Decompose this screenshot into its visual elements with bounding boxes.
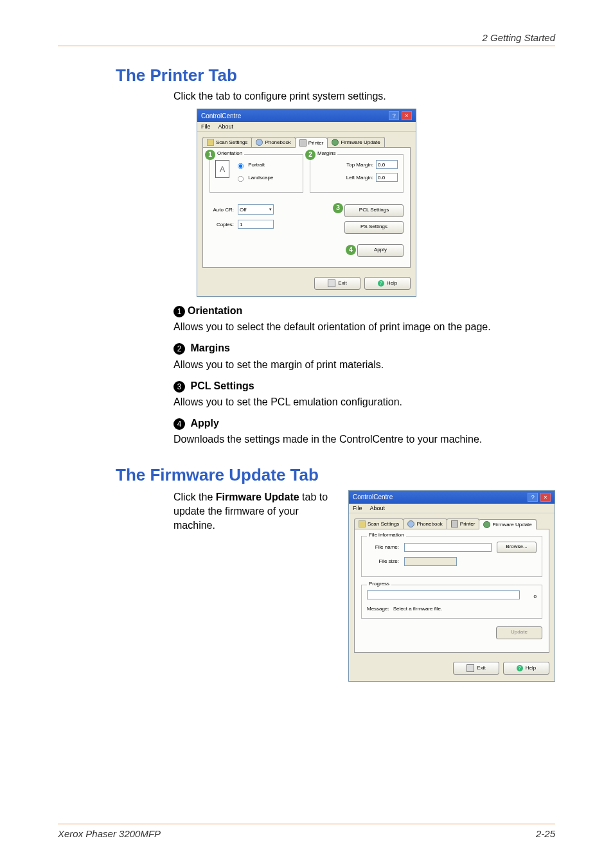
- window-help-icon[interactable]: ?: [389, 111, 399, 120]
- item-3-desc: Allows you to set the PCL emulation conf…: [173, 394, 555, 409]
- exit-icon: [328, 279, 335, 287]
- tab-printer[interactable]: Printer: [447, 518, 480, 529]
- menu-file[interactable]: File: [201, 123, 211, 130]
- window-help-icon[interactable]: ?: [528, 493, 538, 502]
- callout-2: 2: [305, 150, 315, 160]
- autocr-dropdown[interactable]: Off: [238, 204, 274, 215]
- browse-button[interactable]: Browse...: [497, 542, 537, 553]
- tabs-row: Scan Settings Phonebook Printer Firmware…: [354, 518, 549, 529]
- scan-icon: [359, 520, 366, 527]
- printer-tab-panel: 1 Orientation A Portrait Landscape 2 M: [202, 147, 411, 268]
- window-title: ControlCentre: [353, 493, 393, 500]
- left-margin-label: Left Margin:: [346, 175, 373, 181]
- titlebar: ControlCentre ? ×: [197, 109, 416, 122]
- close-icon[interactable]: ×: [402, 111, 412, 120]
- tab-scan[interactable]: Scan Settings: [354, 518, 404, 529]
- file-name-input[interactable]: [404, 543, 492, 552]
- firmware-icon: [332, 139, 339, 146]
- bullet-4: 4: [173, 418, 185, 430]
- update-button[interactable]: Update: [496, 626, 542, 639]
- footer-left: Xerox Phaser 3200MFP: [58, 828, 161, 839]
- left-margin-input[interactable]: [376, 173, 398, 182]
- item-1-desc: Allows you to select the default orienta…: [173, 319, 555, 334]
- window-title: ControlCentre: [201, 112, 241, 120]
- file-info-legend: File information: [367, 532, 406, 538]
- margins-group: 2 Margins Top Margin: Left Margin:: [310, 154, 404, 193]
- tab-scan[interactable]: Scan Settings: [202, 137, 252, 147]
- callout-4: 4: [346, 245, 356, 255]
- help-button[interactable]: ?Help: [503, 662, 549, 675]
- orientation-legend: Orientation: [215, 150, 244, 156]
- exit-button[interactable]: Exit: [314, 277, 360, 290]
- help-icon: ?: [517, 665, 523, 671]
- menu-about[interactable]: About: [218, 123, 234, 130]
- menubar: File About: [349, 504, 555, 513]
- margins-legend: Margins: [315, 150, 337, 156]
- item-4-desc: Downloads the settings made in the Contr…: [173, 432, 555, 447]
- item-1-title: Orientation: [188, 305, 242, 316]
- callout-3: 3: [333, 203, 343, 213]
- firmware-intro: Click the Firmware Update tab to update …: [173, 490, 335, 533]
- chapter-header: 2 Getting Started: [58, 32, 555, 46]
- radio-landscape[interactable]: Landscape: [233, 173, 273, 183]
- footer-right: 2-25: [536, 828, 555, 839]
- exit-button[interactable]: Exit: [453, 662, 499, 675]
- help-icon: ?: [378, 280, 384, 287]
- ps-settings-button[interactable]: PS Settings: [344, 221, 404, 234]
- progress-percent: 0: [524, 594, 537, 599]
- progress-bar: [367, 590, 520, 599]
- page-footer: Xerox Phaser 3200MFP 2-25: [58, 824, 555, 839]
- tab-phonebook[interactable]: Phonebook: [251, 137, 295, 147]
- apply-button[interactable]: Apply: [357, 244, 404, 257]
- autocr-label: Auto CR:: [209, 207, 234, 213]
- file-size-display: [404, 557, 457, 566]
- printer-icon: [451, 520, 458, 527]
- menubar: File About: [197, 122, 416, 132]
- window-controls: ? ×: [388, 111, 412, 120]
- titlebar: ControlCentre ? ×: [349, 491, 555, 504]
- message-value: Select a firmware file.: [393, 606, 442, 612]
- scan-icon: [207, 139, 214, 146]
- item-2-title: Margins: [190, 342, 229, 353]
- window-controls: ? ×: [527, 493, 551, 502]
- item-3-title: PCL Settings: [190, 380, 254, 391]
- copies-input[interactable]: [238, 220, 274, 229]
- close-icon[interactable]: ×: [540, 493, 551, 502]
- printer-icon: [299, 139, 306, 146]
- exit-icon: [466, 664, 474, 672]
- message-label: Message:: [367, 606, 389, 612]
- item-2-desc: Allows you to set the margin of print ma…: [173, 357, 555, 372]
- firmware-icon: [483, 521, 490, 528]
- progress-legend: Progress: [367, 581, 391, 587]
- firmware-tab-screenshot: ControlCentre ? × File About Scan Settin…: [348, 490, 555, 682]
- file-size-label: File size:: [367, 558, 399, 564]
- menu-about[interactable]: About: [370, 505, 386, 511]
- top-margin-label: Top Margin:: [346, 162, 373, 168]
- radio-portrait[interactable]: Portrait: [233, 160, 273, 170]
- bullet-3: 3: [173, 381, 185, 393]
- phonebook-icon: [407, 520, 414, 527]
- menu-file[interactable]: File: [353, 505, 362, 511]
- item-4-title: Apply: [190, 418, 218, 429]
- file-name-label: File name:: [367, 544, 399, 550]
- firmware-tab-panel: File information File name: Browse... Fi…: [354, 529, 549, 653]
- printer-intro: Click the tab to configure print system …: [173, 91, 555, 102]
- section-printer-heading: The Printer Tab: [116, 66, 555, 85]
- section-firmware-heading: The Firmware Update Tab: [116, 465, 555, 485]
- progress-group: Progress 0 Message: Select a firmware fi…: [361, 585, 542, 619]
- bullet-2: 2: [173, 343, 185, 355]
- callout-1: 1: [205, 150, 215, 160]
- top-margin-input[interactable]: [376, 160, 398, 169]
- phonebook-icon: [256, 139, 263, 146]
- tab-firmware[interactable]: Firmware Update: [479, 519, 536, 529]
- orientation-group: 1 Orientation A Portrait Landscape: [209, 154, 303, 193]
- file-info-group: File information File name: Browse... Fi…: [361, 536, 542, 577]
- tab-printer[interactable]: Printer: [295, 137, 328, 148]
- orientation-preview-icon: A: [215, 160, 229, 178]
- bullet-1: 1: [173, 306, 185, 317]
- copies-label: Copies:: [209, 222, 234, 227]
- pcl-settings-button[interactable]: PCL Settings: [344, 204, 404, 217]
- tab-firmware[interactable]: Firmware Update: [327, 137, 384, 147]
- help-button[interactable]: ?Help: [364, 277, 411, 290]
- tab-phonebook[interactable]: Phonebook: [403, 518, 447, 529]
